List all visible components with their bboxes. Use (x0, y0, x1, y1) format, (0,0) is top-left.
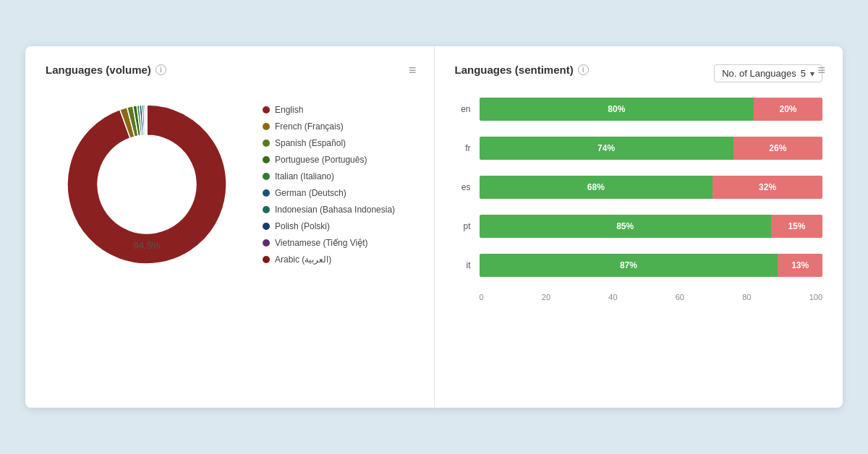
legend-item: French (Français) (263, 121, 395, 132)
bar-row: es 68% 32% (455, 176, 823, 199)
x-axis-label: 80 (742, 293, 751, 301)
x-axis-label: 40 (608, 293, 617, 301)
legend-label: French (Français) (275, 121, 344, 132)
donut-chart: 94.5% (46, 83, 248, 286)
dropdown-value: 5 (801, 68, 806, 79)
bar-row: en 80% 20% (455, 98, 823, 121)
bar-row: fr 74% 26% (455, 137, 823, 160)
left-info-icon[interactable]: i (156, 64, 166, 75)
legend-label: Polish (Polski) (275, 221, 330, 231)
donut-label: 94.5% (134, 240, 161, 251)
bar-lang-label: en (455, 104, 471, 114)
legend-dot (263, 256, 270, 263)
bar-row: pt 85% 15% (455, 215, 823, 238)
legend-dot (263, 223, 270, 230)
left-menu-icon[interactable]: ≡ (409, 64, 417, 77)
left-panel-title: Languages (volume) i (46, 64, 414, 76)
bar-lang-label: es (455, 182, 471, 192)
bar-negative: 13% (778, 254, 822, 277)
bar-negative: 32% (712, 176, 822, 199)
legend-dot (263, 239, 270, 247)
bar-lang-label: fr (455, 143, 471, 153)
bar-positive: 80% (480, 98, 754, 121)
legend: English French (Français) Spanish (Españ… (263, 105, 395, 265)
legend-label: Indonesian (Bahasa Indonesia) (275, 205, 395, 215)
legend-item: Arabic (العربية) (263, 254, 395, 265)
legend-dot (263, 206, 270, 213)
donut-section: 94.5% English French (Français) Spanish … (46, 83, 414, 286)
bar-track: 87% 13% (480, 254, 823, 277)
bar-negative: 15% (771, 215, 822, 238)
x-axis-label: 100 (809, 293, 822, 301)
right-menu-icon[interactable]: ≡ (817, 64, 825, 77)
left-title-text: Languages (volume) (46, 64, 151, 76)
bar-positive: 74% (480, 137, 733, 160)
legend-item: Spanish (Español) (263, 138, 395, 148)
bars-area: en 80% 20% fr 74% 26% es 68% 32% pt 85% … (455, 98, 823, 277)
right-info-icon[interactable]: i (578, 64, 589, 75)
legend-label: German (Deutsch) (275, 188, 346, 198)
bar-positive: 68% (480, 176, 713, 199)
legend-item: English (263, 105, 395, 115)
right-panel-header: Languages (sentiment) i No. of Languages… (455, 64, 823, 83)
legend-item: Polish (Polski) (263, 221, 395, 231)
legend-label: Vietnamese (Tiếng Việt) (275, 238, 368, 248)
legend-item: Vietnamese (Tiếng Việt) (263, 238, 395, 248)
dropdown-label: No. of Languages (722, 68, 796, 79)
bar-positive: 85% (480, 215, 771, 238)
legend-dot (263, 173, 270, 180)
right-panel: Languages (sentiment) i No. of Languages… (435, 46, 843, 408)
language-count-dropdown[interactable]: No. of Languages 5 ▾ (714, 64, 822, 82)
legend-label: Portuguese (Português) (275, 155, 367, 165)
x-axis-label: 20 (542, 293, 550, 301)
dashboard: Languages (volume) i ≡ 94.5% English Fre… (25, 46, 843, 408)
legend-item: Italian (Italiano) (263, 171, 395, 181)
legend-item: Portuguese (Português) (263, 155, 395, 165)
bar-negative: 26% (733, 137, 822, 160)
right-title-text: Languages (sentiment) (455, 64, 574, 76)
legend-dot (263, 189, 270, 197)
chevron-down-icon: ▾ (810, 69, 814, 79)
right-panel-title: Languages (sentiment) i (455, 64, 589, 76)
legend-label: Arabic (العربية) (275, 254, 331, 265)
legend-dot (263, 156, 270, 163)
x-axis-label: 0 (480, 293, 484, 301)
bar-negative: 20% (754, 98, 822, 121)
legend-item: Indonesian (Bahasa Indonesia) (263, 205, 395, 215)
bar-track: 80% 20% (480, 98, 823, 121)
bar-positive: 87% (480, 254, 778, 277)
legend-label: Spanish (Español) (275, 138, 346, 148)
bar-lang-label: pt (455, 221, 471, 231)
x-axis: 020406080100 (455, 293, 823, 301)
bar-track: 68% 32% (480, 176, 823, 199)
x-axis-label: 60 (676, 293, 684, 301)
bar-lang-label: it (455, 260, 471, 270)
legend-item: German (Deutsch) (263, 188, 395, 198)
bar-row: it 87% 13% (455, 254, 823, 277)
legend-label: English (275, 105, 303, 115)
legend-dot (263, 140, 270, 147)
bar-track: 74% 26% (480, 137, 823, 160)
legend-dot (263, 106, 270, 113)
left-panel: Languages (volume) i ≡ 94.5% English Fre… (25, 46, 435, 408)
bar-track: 85% 15% (480, 215, 823, 238)
legend-dot (263, 123, 270, 130)
legend-label: Italian (Italiano) (275, 171, 334, 181)
